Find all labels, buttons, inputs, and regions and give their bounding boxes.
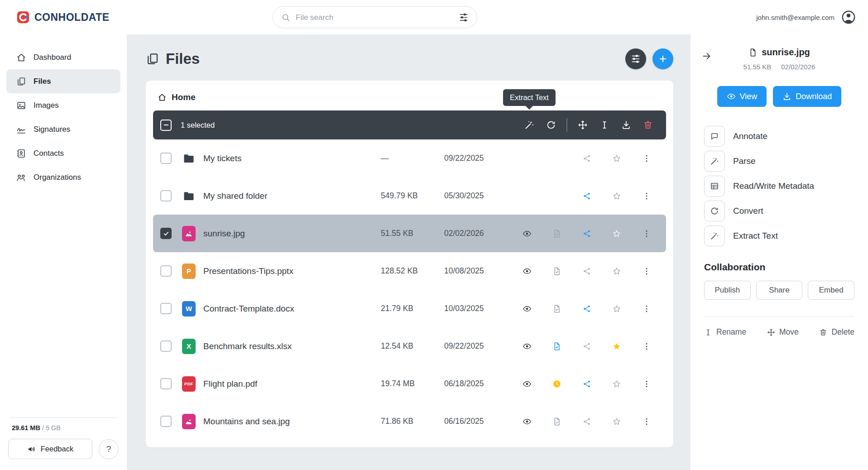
row-checkbox[interactable]: [160, 190, 172, 201]
delete-button[interactable]: [637, 114, 659, 136]
row-menu-button[interactable]: [638, 262, 656, 280]
metadata-action[interactable]: Read/Write Metadata: [704, 176, 854, 197]
file-row[interactable]: My tickets — 09/22/2025: [153, 139, 666, 177]
breadcrumb-home[interactable]: Home: [172, 92, 196, 102]
add-file-button[interactable]: [652, 48, 673, 69]
share-button[interactable]: [578, 225, 596, 243]
annotate-action[interactable]: Annotate: [704, 126, 854, 147]
share-button[interactable]: [578, 187, 596, 205]
file-row[interactable]: P Presentations-Tips.pptx 128.52 KB 10/0…: [153, 252, 666, 290]
extract-text-action[interactable]: Extract Text: [704, 225, 854, 246]
parse-action[interactable]: Parse: [704, 151, 854, 172]
row-checkbox[interactable]: [160, 416, 172, 427]
file-row-selected[interactable]: sunrise.jpg 51.55 KB 02/02/2026: [153, 215, 666, 252]
preview-button[interactable]: [518, 375, 536, 393]
share-button[interactable]: Share: [756, 281, 803, 300]
file-name[interactable]: Contract-Template.docx: [203, 304, 381, 314]
favorite-button[interactable]: [608, 187, 626, 205]
file-row[interactable]: PDF Flight plan.pdf 19.74 MB 06/18/2025: [153, 365, 666, 403]
sidebar-item-dashboard[interactable]: Dashboard: [6, 45, 120, 69]
row-checkbox[interactable]: [160, 153, 172, 164]
sidebar-item-images[interactable]: Images: [6, 93, 120, 117]
share-button[interactable]: [578, 300, 596, 318]
rename-button[interactable]: [594, 114, 615, 136]
file-row[interactable]: My shared folder 549.79 KB 05/30/2025: [153, 177, 666, 215]
preview-button[interactable]: [518, 225, 536, 243]
row-menu-button[interactable]: [638, 300, 656, 318]
file-date: 02/02/2026: [444, 229, 512, 238]
row-checkbox[interactable]: [160, 265, 172, 277]
file-name[interactable]: Presentations-Tips.pptx: [203, 266, 381, 276]
move-button[interactable]: [572, 114, 594, 136]
row-checkbox[interactable]: [160, 228, 172, 239]
extract-text-button[interactable]: [518, 114, 540, 136]
avatar[interactable]: [841, 10, 856, 25]
search-input[interactable]: [296, 13, 453, 22]
share-button[interactable]: [578, 149, 596, 168]
preview-button[interactable]: [518, 300, 536, 318]
favorite-button[interactable]: [608, 412, 626, 431]
row-menu-button[interactable]: [638, 225, 656, 243]
share-button[interactable]: [578, 262, 596, 280]
brand-logo[interactable]: CONHOLDATE: [16, 10, 110, 24]
search-filter-icon[interactable]: [459, 12, 469, 22]
favorite-button[interactable]: [608, 337, 626, 355]
row-menu-button[interactable]: [638, 375, 656, 393]
move-button[interactable]: Move: [767, 327, 799, 337]
row-menu-button[interactable]: [638, 187, 656, 205]
row-checkbox[interactable]: [160, 341, 172, 352]
sidebar-item-label: Images: [34, 101, 59, 110]
file-name[interactable]: Benchmark results.xlsx: [203, 341, 381, 351]
preview-button[interactable]: [518, 412, 536, 431]
file-name[interactable]: sunrise.jpg: [203, 229, 381, 239]
sidebar-item-organizations[interactable]: Organizations: [6, 165, 120, 189]
collapse-panel-button[interactable]: [699, 48, 715, 64]
feedback-button[interactable]: Feedback: [8, 439, 92, 459]
view-button[interactable]: View: [717, 86, 767, 107]
embed-button[interactable]: Embed: [808, 281, 854, 300]
publish-button[interactable]: Publish: [704, 281, 751, 300]
share-button[interactable]: [578, 375, 596, 393]
row-menu-button[interactable]: [638, 337, 656, 355]
file-search[interactable]: [273, 6, 477, 29]
row-checkbox[interactable]: [160, 303, 172, 314]
favorite-button[interactable]: [608, 225, 626, 243]
convert-action[interactable]: Convert: [704, 201, 854, 221]
file-row[interactable]: Mountains and sea.jpg 71.86 KB 06/16/202…: [153, 403, 666, 440]
share-button[interactable]: [578, 337, 596, 355]
select-all-checkbox[interactable]: [160, 120, 172, 131]
sidebar-item-contacts[interactable]: Contacts: [6, 141, 120, 165]
preview-button[interactable]: [518, 262, 536, 280]
document-check-icon: [552, 229, 561, 238]
file-row[interactable]: X Benchmark results.xlsx 12.54 KB 09/22/…: [153, 327, 666, 365]
download-button[interactable]: [615, 114, 637, 136]
rename-button[interactable]: Rename: [704, 327, 746, 337]
favorite-button[interactable]: [608, 149, 626, 168]
sidebar-item-signatures[interactable]: Signatures: [6, 117, 120, 141]
delete-button[interactable]: Delete: [819, 327, 854, 337]
sidebar-item-files[interactable]: Files: [6, 69, 120, 93]
preview-button[interactable]: [518, 337, 536, 355]
file-name[interactable]: Mountains and sea.jpg: [203, 417, 381, 427]
share-button[interactable]: [578, 412, 596, 431]
favorite-button[interactable]: [608, 300, 626, 318]
kebab-menu-icon: [642, 154, 651, 163]
topbar: CONHOLDATE john.smith@example.com: [0, 0, 868, 34]
favorite-button[interactable]: [608, 262, 626, 280]
row-menu-button[interactable]: [638, 149, 656, 168]
file-name[interactable]: Flight plan.pdf: [203, 379, 381, 389]
breadcrumb[interactable]: Home: [153, 91, 666, 104]
file-row[interactable]: W Contract-Template.docx 21.79 KB 10/03/…: [153, 290, 666, 327]
help-button[interactable]: ?: [99, 439, 119, 459]
favorite-button[interactable]: [608, 375, 626, 393]
download-button[interactable]: Download: [773, 86, 841, 107]
view-options-button[interactable]: [625, 48, 646, 69]
file-date: 06/16/2025: [444, 417, 512, 426]
file-name[interactable]: My tickets: [203, 153, 381, 163]
pdf-file-icon: PDF: [182, 376, 196, 392]
delete-label: Delete: [831, 327, 854, 337]
convert-button[interactable]: [540, 114, 562, 136]
row-menu-button[interactable]: [638, 412, 656, 431]
row-checkbox[interactable]: [160, 378, 172, 389]
file-name[interactable]: My shared folder: [203, 191, 381, 201]
